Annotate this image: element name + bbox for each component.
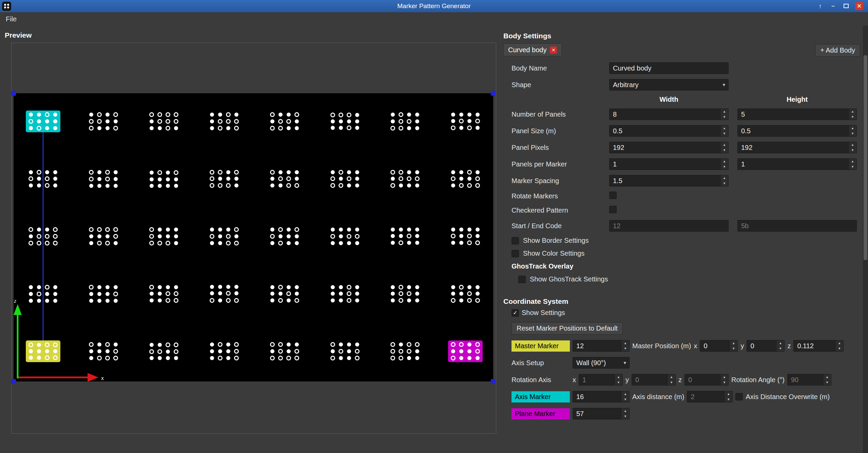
axis-setup-dropdown[interactable]: Wall (90°)▾ (573, 357, 630, 369)
master-position-x-spin-input[interactable] (700, 340, 729, 351)
plane-marker[interactable] (448, 340, 483, 362)
spin-up-icon[interactable]: ▴ (849, 125, 856, 131)
master-position-x-spin[interactable]: ▴▾ (700, 340, 738, 352)
marker[interactable] (267, 283, 302, 305)
spin-down-icon[interactable]: ▾ (849, 114, 856, 120)
marker[interactable] (267, 168, 302, 190)
spin-up-icon[interactable]: ▴ (835, 340, 843, 346)
panel-size-width-spin[interactable]: ▴▾ (609, 125, 729, 137)
spin-up-icon[interactable]: ▴ (621, 340, 629, 346)
spin-down-icon[interactable]: ▾ (615, 380, 622, 385)
maximize-button[interactable] (842, 2, 850, 10)
scrollbar[interactable] (863, 26, 868, 453)
spin-down-icon[interactable]: ▾ (720, 380, 728, 385)
master-marker-spin[interactable]: ▴▾ (573, 340, 630, 352)
start-code-input[interactable] (609, 220, 729, 232)
marker[interactable] (147, 283, 181, 305)
panels-per-marker-width-spin[interactable]: ▴▾ (609, 158, 729, 170)
marker[interactable] (207, 340, 242, 362)
spin-up-icon[interactable]: ▴ (621, 391, 629, 397)
canvas-corner-handle[interactable] (11, 379, 16, 384)
marker-spacing-spin-input[interactable] (610, 175, 720, 186)
spin-up-icon[interactable]: ▴ (615, 374, 622, 380)
marker[interactable] (448, 225, 483, 247)
spin-down-icon[interactable]: ▾ (849, 131, 856, 136)
master-marker-spin-input[interactable] (573, 340, 621, 351)
spin-down-icon[interactable]: ▾ (720, 131, 728, 136)
rotation-angle-spin-input[interactable] (788, 374, 823, 385)
spin-up-icon[interactable]: ▴ (730, 340, 737, 346)
spin-down-icon[interactable]: ▾ (621, 346, 629, 351)
spin-up-icon[interactable]: ▴ (725, 391, 732, 397)
spin-down-icon[interactable]: ▾ (725, 397, 732, 402)
marker[interactable] (86, 168, 121, 190)
master-position-z-spin-input[interactable] (794, 340, 835, 351)
spin-down-icon[interactable]: ▾ (849, 147, 856, 153)
plane-marker-spin-input[interactable] (573, 408, 621, 419)
number-of-panels-width-spin-input[interactable] (610, 109, 720, 120)
rotation-axis-z-spin[interactable]: ▴▾ (684, 374, 729, 386)
axis-marker[interactable] (26, 111, 60, 132)
spin-down-icon[interactable]: ▾ (835, 346, 843, 351)
axis-marker-spin-input[interactable] (573, 391, 621, 402)
spin-down-icon[interactable]: ▾ (720, 164, 728, 170)
spin-up-icon[interactable]: ▴ (720, 374, 728, 380)
marker[interactable] (388, 283, 422, 305)
canvas-corner-handle[interactable] (491, 91, 496, 96)
spin-up-icon[interactable]: ▴ (720, 109, 728, 114)
rotation-axis-y-spin[interactable]: ▴▾ (632, 374, 676, 386)
marker[interactable] (86, 340, 121, 362)
panels-per-marker-width-spin-input[interactable] (610, 159, 720, 170)
panel-size-height-spin-input[interactable] (738, 125, 848, 136)
marker[interactable] (207, 225, 242, 247)
spin-up-icon[interactable]: ▴ (720, 175, 728, 181)
panel-size-width-spin-input[interactable] (610, 125, 720, 136)
canvas-corner-handle[interactable] (11, 91, 16, 96)
rotate-markers-checkbox[interactable] (609, 192, 617, 199)
show-color-settings-checkbox[interactable] (512, 250, 519, 257)
marker[interactable] (147, 111, 181, 132)
number-of-panels-height-spin[interactable]: ▴▾ (737, 109, 857, 120)
spin-up-icon[interactable]: ▴ (720, 142, 728, 147)
marker[interactable] (26, 168, 60, 190)
spin-up-icon[interactable]: ▴ (849, 159, 856, 164)
marker[interactable] (388, 225, 422, 247)
spin-up-icon[interactable]: ▴ (668, 374, 675, 380)
number-of-panels-height-spin-input[interactable] (738, 109, 848, 120)
scrollbar-thumb[interactable] (864, 55, 867, 260)
show-border-settings-checkbox[interactable] (512, 237, 519, 244)
spin-down-icon[interactable]: ▾ (849, 164, 856, 170)
tab-close-icon[interactable]: ✕ (550, 46, 557, 54)
marker[interactable] (328, 168, 362, 190)
add-body-button[interactable]: + Add Body (815, 44, 860, 57)
close-button[interactable]: ✕ (855, 2, 863, 10)
spin-up-icon[interactable]: ▴ (776, 340, 784, 346)
marker[interactable] (267, 225, 302, 247)
menu-file[interactable]: File (0, 12, 22, 26)
marker[interactable] (147, 225, 181, 247)
tab-curved-body[interactable]: Curved body ✕ (503, 43, 562, 56)
panel-pixels-width-spin[interactable]: ▴▾ (609, 142, 729, 153)
number-of-panels-width-spin[interactable]: ▴▾ (609, 109, 729, 120)
marker[interactable] (267, 340, 302, 362)
marker[interactable] (147, 340, 181, 362)
panel-pixels-height-spin-input[interactable] (738, 142, 848, 153)
spin-down-icon[interactable]: ▾ (823, 380, 831, 385)
end-code-input[interactable] (737, 220, 857, 232)
marker[interactable] (328, 283, 362, 305)
panel-pixels-height-spin[interactable]: ▴▾ (737, 142, 857, 153)
axis-distance-spin-input[interactable] (687, 391, 724, 402)
rotation-axis-y-spin-input[interactable] (632, 374, 667, 385)
plane-marker-spin[interactable]: ▴▾ (573, 408, 630, 419)
marker[interactable] (207, 111, 242, 132)
marker[interactable] (26, 283, 60, 305)
rotation-axis-x-spin[interactable]: ▴▾ (579, 374, 623, 386)
marker[interactable] (26, 225, 60, 247)
spin-down-icon[interactable]: ▾ (720, 147, 728, 153)
marker[interactable] (267, 111, 302, 132)
spin-up-icon[interactable]: ▴ (849, 142, 856, 147)
marker[interactable] (207, 283, 242, 305)
marker[interactable] (86, 225, 121, 247)
minimize-button[interactable]: − (829, 2, 837, 10)
marker[interactable] (328, 225, 362, 247)
